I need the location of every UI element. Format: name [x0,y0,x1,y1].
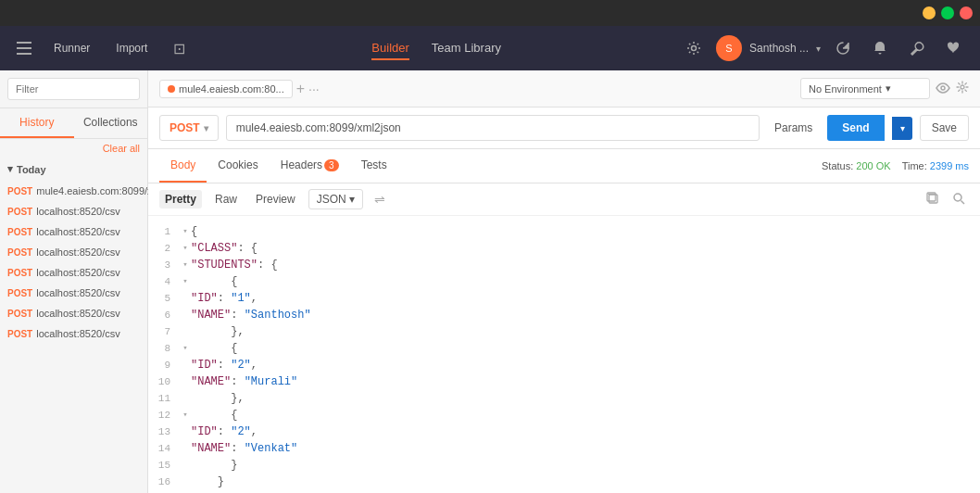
raw-button[interactable]: Raw [209,190,243,209]
env-settings-icon-btn[interactable] [956,81,969,96]
punc-token: } [191,475,224,488]
sidebar-item[interactable]: POSTlocalhost:8520/csv [0,323,147,344]
sidebar-item[interactable]: POSTmule4.eaiesb.com:8099/xml2json [0,181,147,201]
preview-button[interactable]: Preview [250,190,301,209]
response-tab-headers[interactable]: Headers3 [270,149,350,183]
fold-arrow [180,307,191,323]
sidebar-item[interactable]: POSTlocalhost:8520/csv [0,303,147,323]
fold-arrow[interactable]: ▾ [180,257,191,273]
today-group-label: ▾ Today [0,158,147,181]
send-button[interactable]: Send [827,115,884,141]
sidebar-url: localhost:8520/csv [36,206,120,217]
new-tab-button[interactable]: ⊡ [164,33,194,63]
response-tab-cookies[interactable]: Cookies [207,149,269,183]
code-line: 4▾ { [148,273,980,290]
sync-btn[interactable] [828,33,858,63]
tab-badge: 3 [324,159,339,171]
sidebar-item[interactable]: POSTlocalhost:8520/csv [0,221,147,242]
heart-icon-btn[interactable] [939,33,969,63]
eye-icon-btn[interactable] [936,82,950,96]
sidebar-item[interactable]: POSTlocalhost:8520/csv [0,283,147,303]
minimize-button[interactable] [923,6,936,19]
fold-arrow[interactable]: ▾ [180,273,191,290]
svg-line-9 [961,200,965,204]
fold-arrow[interactable]: ▾ [180,223,191,240]
search-response-button[interactable] [949,190,969,209]
fold-arrow [180,457,191,474]
punc-token: : { [237,242,258,255]
copy-response-button[interactable] [923,190,943,209]
sidebar-toggle[interactable] [11,35,37,61]
sidebar-url: localhost:8520/csv [36,267,120,278]
sidebar-tabs: History Collections [0,108,147,139]
active-tab[interactable]: mule4.eaiesb.com:80... [159,80,293,98]
search-input[interactable] [7,78,140,100]
code-line: 7 }, [148,323,980,340]
collections-tab[interactable]: Collections [74,108,148,138]
line-content: "ID": "1", [191,290,980,307]
code-line: 11 }, [148,390,980,407]
code-line: 12▾ { [148,407,980,423]
fold-arrow [180,440,191,457]
format-type-select[interactable]: JSON ▾ [308,189,363,209]
line-content: "STUDENTS": { [191,257,980,273]
code-line: 16 } [148,474,980,490]
user-name[interactable]: Santhosh ... [749,42,809,55]
add-tab-button[interactable]: + [296,81,305,97]
bell-icon-btn[interactable] [865,33,895,63]
maximize-button[interactable] [941,6,954,19]
params-button[interactable]: Params [767,116,820,140]
code-line: 9"ID": "2", [148,357,980,373]
builder-tab[interactable]: Builder [371,37,408,60]
line-content: } [191,474,980,490]
today-chevron: ▾ [7,163,13,175]
sidebar-item[interactable]: POSTlocalhost:8520/csv [0,201,147,221]
settings-icon-btn[interactable] [679,33,709,63]
sidebar-method: POST [7,268,32,278]
punc-token: , [251,359,258,372]
title-bar [0,0,980,26]
fold-arrow[interactable]: ▾ [180,240,191,257]
response-status: Status: 200 OK Time: 2399 ms [822,160,969,171]
sidebar-item[interactable]: POSTlocalhost:8520/csv [0,242,147,262]
close-button[interactable] [960,6,973,19]
clear-all-button[interactable]: Clear all [0,139,147,158]
sidebar-item[interactable]: POSTlocalhost:8520/csv [0,262,147,283]
runner-button[interactable]: Runner [44,38,99,58]
env-chevron: ▾ [886,82,891,95]
method-select[interactable]: POST ▾ [159,115,219,141]
fold-arrow [180,390,191,407]
method-url-row: POST ▾ Params Send ▾ Save [148,107,980,149]
line-number: 2 [148,240,182,257]
fold-arrow[interactable]: ▾ [180,340,191,357]
punc-token: { [191,275,237,288]
response-tab-tests[interactable]: Tests [350,149,398,183]
fold-arrow[interactable]: ▾ [180,407,191,423]
user-chevron[interactable]: ▾ [816,44,821,54]
code-line: 10"NAME": "Murali" [148,373,980,390]
resp-tabs-container: BodyCookiesHeaders3Tests [159,149,398,183]
url-tab-bar: mule4.eaiesb.com:80... + ··· No Environm… [148,70,980,107]
env-select[interactable]: No Environment ▾ [800,78,930,99]
sidebar-method: POST [7,247,32,258]
punc-token: { [191,342,237,355]
wrench-icon-btn[interactable] [902,33,932,63]
line-content: "CLASS": { [191,240,980,257]
import-button[interactable]: Import [107,38,157,58]
sidebar-items-container: POSTmule4.eaiesb.com:8099/xml2jsonPOSTlo… [0,181,147,344]
tab-more-button[interactable]: ··· [308,82,320,96]
save-button[interactable]: Save [920,115,969,141]
url-input[interactable] [226,115,760,141]
response-tab-body[interactable]: Body [159,149,207,183]
pretty-button[interactable]: Pretty [159,190,202,209]
key-token: "NAME" [191,375,231,388]
punc-token: : [231,442,244,455]
history-tab[interactable]: History [0,108,74,138]
punc-token: { [191,409,237,422]
line-content: { [191,223,980,240]
wrap-icon-btn[interactable]: ⇌ [371,190,389,209]
tab-modified-dot [168,85,175,93]
send-dropdown-button[interactable]: ▾ [892,117,912,140]
team-library-tab[interactable]: Team Library [432,37,501,60]
svg-point-4 [941,86,945,90]
